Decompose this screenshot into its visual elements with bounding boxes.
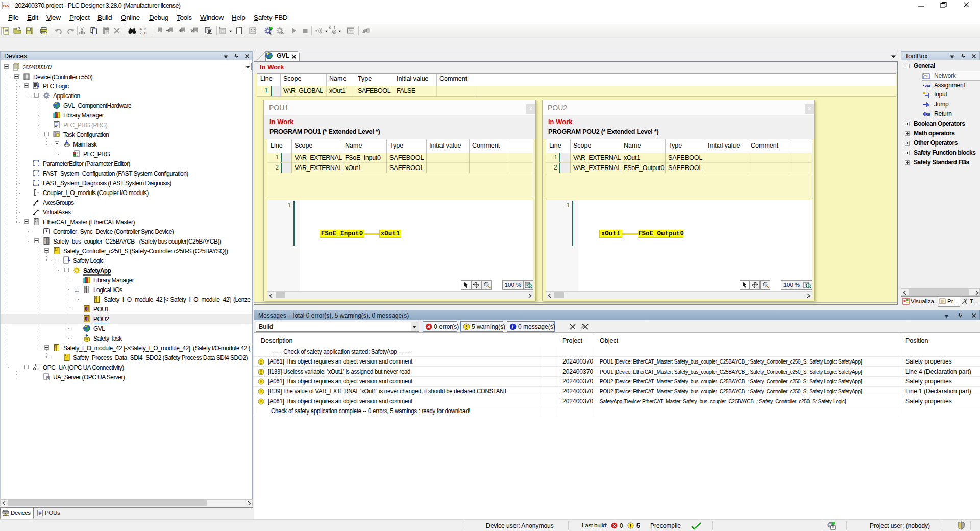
svg-text:VAR: VAR xyxy=(925,84,931,88)
svg-text:RET: RET xyxy=(926,113,931,116)
svg-text:B: B xyxy=(144,31,147,35)
svg-text:A: A xyxy=(139,27,142,31)
